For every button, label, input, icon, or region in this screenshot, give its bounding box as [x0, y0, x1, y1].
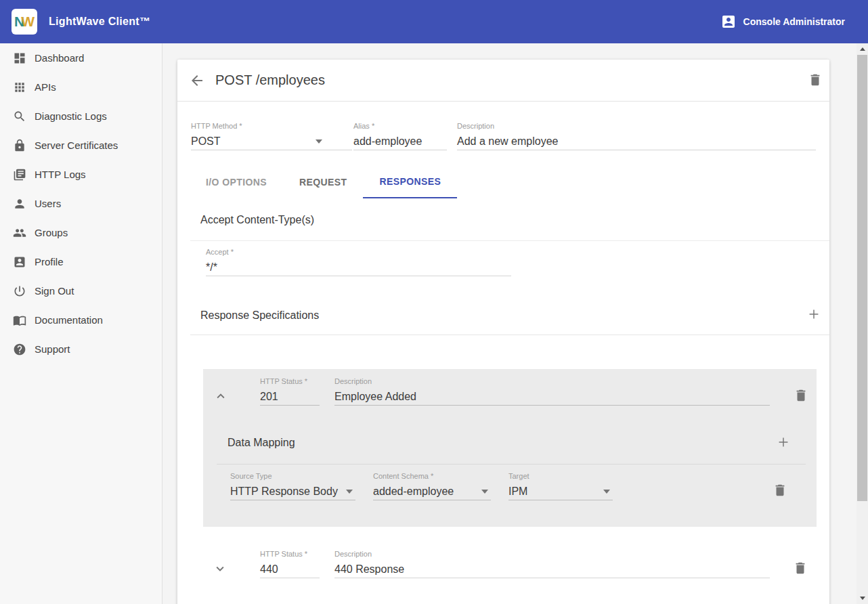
tab-request[interactable]: REQUEST — [283, 166, 363, 198]
dropdown-arrow-icon[interactable] — [346, 490, 353, 494]
response-description-field[interactable]: Description Employee Added — [334, 377, 770, 406]
tab-io-options[interactable]: I/O OPTIONS — [190, 166, 283, 198]
accept-section-title: Accept Content-Type(s) — [200, 214, 314, 226]
response-description-input[interactable]: 440 Response — [334, 561, 770, 578]
response-specs-title: Response Specifications — [200, 309, 319, 322]
dropdown-arrow-icon[interactable] — [481, 490, 488, 494]
content-schema-label: Content Schema * — [373, 472, 491, 481]
user-label: Console Administrator — [743, 16, 845, 27]
http-method-select[interactable]: POST — [191, 133, 352, 150]
http-method-label: HTTP Method * — [191, 122, 352, 131]
help-circle-icon — [13, 343, 26, 356]
sidebar-item-label: Sign Out — [35, 285, 74, 297]
section-divider — [190, 335, 829, 335]
target-label: Target — [508, 472, 613, 481]
alias-field[interactable]: Alias * add-employee — [353, 122, 447, 150]
scroll-up-arrow-icon[interactable] — [856, 43, 868, 55]
sidebar-item-label: Groups — [35, 227, 68, 238]
chevron-down-icon — [213, 561, 227, 576]
delete-data-mapping-button[interactable] — [773, 483, 787, 498]
source-type-label: Source Type — [230, 472, 355, 481]
http-method-field[interactable]: HTTP Method * POST — [191, 122, 352, 150]
sidebar-item-http-logs[interactable]: HTTP Logs — [0, 160, 162, 189]
account-box-icon — [720, 14, 737, 30]
sidebar-item-apis[interactable]: APIs — [0, 72, 162, 102]
account-box-icon — [13, 255, 26, 269]
delete-endpoint-button[interactable] — [808, 72, 823, 87]
scrollbar-thumb[interactable] — [857, 55, 867, 501]
http-status-label: HTTP Status * — [260, 377, 320, 386]
response-description-label: Description — [334, 377, 770, 386]
collapse-response-button[interactable] — [213, 389, 228, 404]
accept-input[interactable]: */* — [206, 259, 511, 276]
http-status-field[interactable]: HTTP Status * 201 — [260, 377, 320, 406]
people-icon — [13, 226, 26, 240]
sidebar-item-label: Dashboard — [35, 52, 84, 64]
sidebar-item-label: HTTP Logs — [35, 169, 86, 180]
accept-field[interactable]: Accept * */* — [206, 248, 511, 276]
sidebar-item-server-certificates[interactable]: Server Certificates — [0, 131, 162, 160]
trash-icon — [793, 561, 808, 576]
source-type-field[interactable]: Source Type HTTP Response Body — [230, 472, 355, 500]
add-response-button[interactable] — [806, 307, 821, 322]
target-select[interactable]: IPM — [508, 483, 613, 500]
sidebar-item-label: Documentation — [35, 314, 103, 326]
sidebar-item-dashboard[interactable]: Dashboard — [0, 43, 162, 72]
sidebar-item-sign-out[interactable]: Sign Out — [0, 276, 162, 305]
http-status-input[interactable]: 201 — [260, 389, 320, 406]
response-description-input[interactable]: Employee Added — [334, 389, 770, 406]
account-menu[interactable]: Console Administrator — [720, 14, 845, 30]
add-data-mapping-button[interactable] — [776, 435, 791, 450]
description-field[interactable]: Description Add a new employee — [457, 122, 816, 150]
description-label: Description — [457, 122, 816, 131]
dropdown-arrow-icon[interactable] — [603, 490, 610, 494]
tab-responses[interactable]: RESPONSES — [363, 166, 457, 198]
expand-response-button[interactable] — [213, 561, 227, 576]
chevron-up-icon — [213, 389, 228, 404]
response-description-field[interactable]: Description 440 Response — [334, 550, 770, 578]
source-type-select[interactable]: HTTP Response Body — [230, 483, 355, 500]
scroll-down-arrow-icon[interactable] — [856, 592, 868, 604]
sidebar-item-support[interactable]: Support — [0, 335, 162, 364]
person-icon — [13, 197, 26, 211]
lock-icon — [13, 139, 26, 152]
content-schema-select[interactable]: added-employee — [373, 483, 491, 500]
main-content: POST /employees HTTP Method * POST Alias… — [162, 43, 856, 604]
power-icon — [13, 284, 26, 298]
plus-icon — [776, 435, 791, 450]
alias-label: Alias * — [353, 122, 447, 131]
dropdown-arrow-icon[interactable] — [316, 139, 322, 144]
data-mapping-divider — [217, 464, 806, 465]
delete-response-button[interactable] — [794, 388, 808, 403]
delete-response-button[interactable] — [793, 561, 808, 576]
http-status-input[interactable]: 440 — [260, 561, 320, 578]
response-spec-201: HTTP Status * 201 Description Employee A… — [203, 369, 817, 527]
sidebar-item-label: Support — [35, 343, 70, 355]
sidebar-item-label: Server Certificates — [35, 139, 118, 151]
sidebar-item-label: Profile — [35, 256, 64, 267]
sidebar-item-diagnostic-logs[interactable]: Diagnostic Logs — [0, 102, 162, 131]
endpoint-tabs: I/O OPTIONS REQUEST RESPONSES — [190, 166, 457, 198]
search-icon — [13, 110, 26, 123]
sidebar-item-documentation[interactable]: Documentation — [0, 305, 162, 335]
response-description-label: Description — [334, 550, 770, 559]
description-input[interactable]: Add a new employee — [457, 133, 816, 150]
alias-input[interactable]: add-employee — [353, 133, 447, 150]
vertical-scrollbar[interactable] — [856, 43, 868, 604]
sidebar-item-label: Diagnostic Logs — [35, 110, 107, 122]
sidebar-nav: Dashboard APIs Diagnostic Logs Server Ce… — [0, 43, 162, 604]
sidebar-item-groups[interactable]: Groups — [0, 218, 162, 247]
trash-icon — [808, 72, 823, 87]
back-button[interactable] — [189, 72, 205, 89]
sidebar-item-profile[interactable]: Profile — [0, 247, 162, 276]
http-status-field[interactable]: HTTP Status * 440 — [260, 550, 320, 578]
content-schema-field[interactable]: Content Schema * added-employee — [373, 472, 491, 500]
data-mapping-title: Data Mapping — [227, 437, 295, 449]
logo-letter-w: W — [21, 14, 35, 30]
back-arrow-icon — [189, 72, 205, 89]
sidebar-item-users[interactable]: Users — [0, 189, 162, 218]
target-field[interactable]: Target IPM — [508, 472, 613, 500]
open-book-icon — [13, 314, 26, 327]
trash-icon — [794, 388, 808, 403]
plus-icon — [806, 307, 821, 322]
